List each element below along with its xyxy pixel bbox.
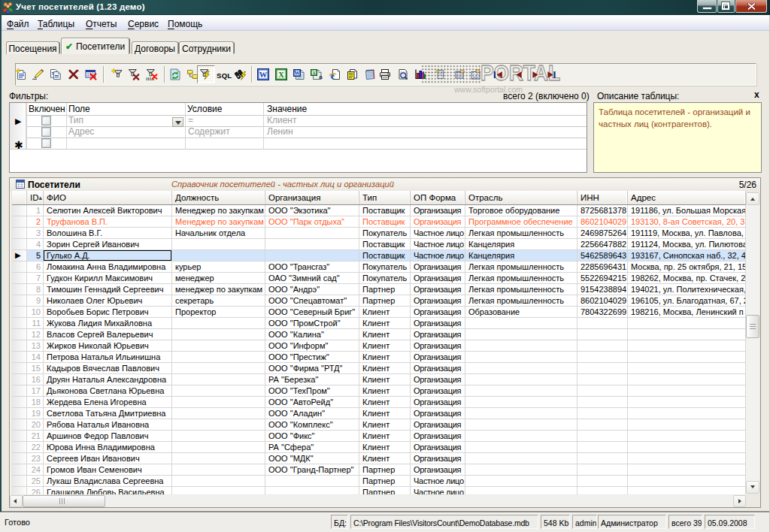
svg-text:W: W: [259, 71, 268, 79]
svg-text:e: e: [330, 70, 335, 81]
svg-text:W: W: [294, 70, 300, 77]
svg-text:X: X: [278, 71, 284, 79]
svg-text:X: X: [312, 70, 316, 75]
svg-text:a: a: [319, 74, 323, 80]
